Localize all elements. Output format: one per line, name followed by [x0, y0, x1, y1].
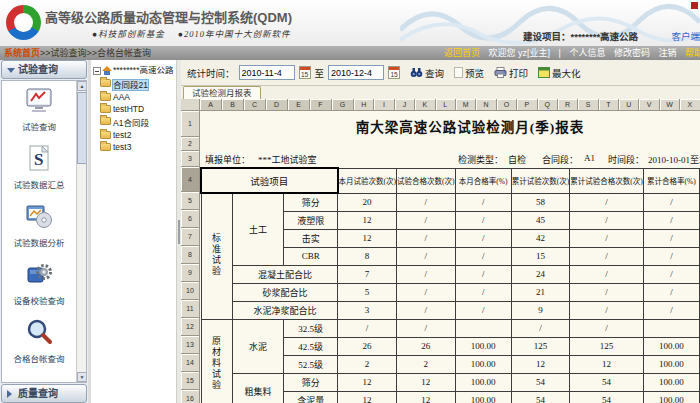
column-header[interactable]: G: [332, 99, 354, 111]
cell[interactable]: 52.5级: [284, 355, 338, 373]
cell[interactable]: /: [570, 265, 644, 283]
cell[interactable]: /: [455, 301, 511, 319]
column-header[interactable]: N: [476, 99, 496, 111]
cell[interactable]: 3: [338, 301, 397, 319]
cell[interactable]: 砂浆配合比: [232, 283, 337, 301]
column-header[interactable]: R: [558, 99, 578, 111]
cell[interactable]: 7: [338, 265, 397, 283]
row-header[interactable]: 5: [181, 192, 200, 210]
cell[interactable]: /: [455, 193, 511, 211]
cell[interactable]: 24: [511, 265, 570, 283]
cell[interactable]: 液塑限: [284, 211, 338, 229]
sidebar-section-quality-query[interactable]: 质量查询: [1, 384, 87, 403]
cell[interactable]: /: [570, 283, 644, 301]
row-header[interactable]: 12: [181, 318, 200, 336]
row-header[interactable]: 2: [181, 137, 200, 151]
column-header[interactable]: U: [619, 99, 639, 111]
password-link[interactable]: 修改密码: [614, 48, 650, 58]
cell[interactable]: 54: [511, 373, 570, 391]
cell[interactable]: 筛分: [284, 193, 338, 211]
header-cell[interactable]: 本月合格率(%): [455, 168, 511, 193]
date-to-input[interactable]: [328, 65, 384, 80]
cell[interactable]: 58: [511, 193, 570, 211]
cell[interactable]: 12: [338, 211, 397, 229]
tree-node-test3[interactable]: test3: [100, 141, 176, 153]
tree-node-testhtd[interactable]: testHTD: [100, 103, 176, 115]
cell[interactable]: 26: [397, 337, 456, 355]
cell[interactable]: /: [643, 265, 699, 283]
cell[interactable]: /: [570, 319, 644, 337]
tree-node-test2[interactable]: test2: [100, 129, 176, 141]
cell[interactable]: 含泥量: [284, 391, 338, 403]
tree-root[interactable]: ********高速公路: [91, 60, 176, 77]
cell[interactable]: 54: [570, 391, 644, 403]
column-header[interactable]: D: [266, 99, 288, 111]
row-header[interactable]: 16: [181, 390, 200, 403]
row-header[interactable]: 7: [181, 228, 200, 246]
sidebar-scrollbar[interactable]: ▲ ▼: [76, 81, 86, 382]
column-header[interactable]: A: [200, 99, 222, 111]
scroll-up-icon[interactable]: ▲: [77, 81, 87, 91]
column-header[interactable]: K: [415, 99, 435, 111]
column-header[interactable]: L: [436, 99, 456, 111]
row-header[interactable]: 8: [181, 246, 200, 264]
cell[interactable]: 12: [570, 355, 644, 373]
subgroup-cell[interactable]: 土工: [232, 193, 283, 265]
select-all-corner[interactable]: [181, 99, 200, 111]
cell[interactable]: 15: [511, 247, 570, 265]
row-header[interactable]: 3: [181, 151, 200, 167]
sidebar-item-data-analysis[interactable]: 试验数据分析: [2, 201, 76, 248]
cell[interactable]: /: [643, 229, 699, 247]
cell[interactable]: 100.00: [643, 355, 699, 373]
cell[interactable]: /: [643, 193, 699, 211]
cell[interactable]: /: [397, 211, 456, 229]
cell[interactable]: 5: [338, 283, 397, 301]
tree-node-contract-21[interactable]: 合同段21: [100, 77, 176, 91]
collapse-toggle-icon[interactable]: [93, 67, 101, 75]
cell[interactable]: /: [511, 319, 570, 337]
cell[interactable]: 击实: [284, 229, 338, 247]
sidebar-item-data-summary[interactable]: S 试验数据汇总: [2, 143, 76, 190]
column-header[interactable]: E: [288, 99, 310, 111]
column-header[interactable]: B: [222, 99, 244, 111]
subgroup-cell[interactable]: 水泥: [232, 319, 283, 373]
row-header[interactable]: 13: [181, 336, 200, 354]
group-cell[interactable]: 原材料试验: [201, 319, 232, 403]
row-header[interactable]: 9: [181, 264, 200, 282]
cell[interactable]: /: [397, 319, 456, 337]
cell[interactable]: 100.00: [455, 391, 511, 403]
sidebar-item-test-query[interactable]: 试验查询: [2, 85, 76, 132]
cell[interactable]: 32.5级: [284, 319, 338, 337]
cell[interactable]: 42.5级: [284, 337, 338, 355]
preview-button[interactable]: 预览: [454, 66, 484, 80]
row-header[interactable]: 10: [181, 282, 200, 300]
cell[interactable]: /: [455, 283, 511, 301]
back-home-link[interactable]: 返回首页: [444, 48, 480, 58]
cell[interactable]: 21: [511, 283, 570, 301]
subgroup-cell[interactable]: 粗集料: [232, 373, 283, 403]
cell[interactable]: /: [397, 265, 456, 283]
sidebar-item-pass-ledger[interactable]: 合格台帐查询: [2, 317, 76, 364]
cell[interactable]: 12: [338, 373, 397, 391]
header-cell[interactable]: 累计试验合格次数(次): [570, 168, 644, 193]
column-header[interactable]: J: [395, 99, 415, 111]
cell[interactable]: /: [643, 211, 699, 229]
cell[interactable]: /: [397, 247, 456, 265]
cell[interactable]: 100.00: [643, 337, 699, 355]
column-header[interactable]: F: [310, 99, 332, 111]
breadcrumb-home-link[interactable]: 系统首页: [4, 48, 40, 58]
help-link[interactable]: 帮助: [685, 48, 700, 58]
header-cell[interactable]: 累计合格率(%): [643, 168, 699, 193]
row-header[interactable]: 4: [181, 167, 200, 192]
cell[interactable]: 100.00: [455, 355, 511, 373]
cell[interactable]: /: [455, 247, 511, 265]
cell[interactable]: 筛分: [284, 373, 338, 391]
calendar-icon[interactable]: 15: [388, 66, 400, 79]
cell[interactable]: /: [570, 301, 644, 319]
cell[interactable]: [455, 319, 511, 337]
cell[interactable]: /: [643, 247, 699, 265]
cell[interactable]: 54: [511, 391, 570, 403]
profile-link[interactable]: 个人信息: [569, 48, 605, 58]
cell[interactable]: /: [397, 283, 456, 301]
cell[interactable]: 20: [338, 193, 397, 211]
